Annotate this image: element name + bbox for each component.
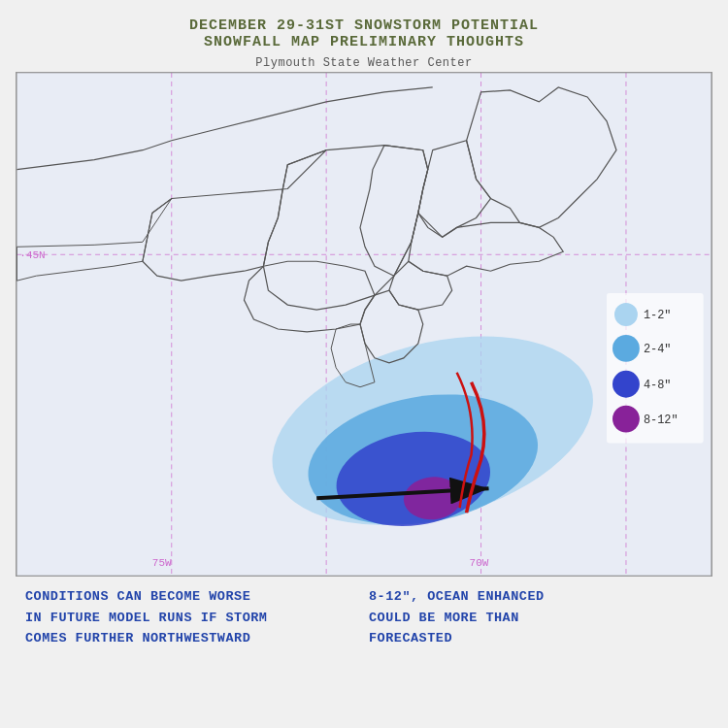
bottom-right: 8-12", OCEAN ENHANCED COULD BE MORE THAN… [369,586,703,649]
svg-point-18 [612,335,640,362]
svg-text:70W: 70W [470,557,489,569]
bottom-right-line2: COULD BE MORE THAN [369,608,703,629]
bottom-left-line3: COMES FURTHER NORTHWESTWARD [25,628,359,649]
map-subtitle: Plymouth State Weather Center [255,54,472,72]
svg-point-22 [612,406,640,433]
bottom-right-line1: 8-12", OCEAN ENHANCED [369,586,703,608]
title-line1: DECEMBER 29-31ST SNOWSTORM POTENTIAL [189,17,539,34]
svg-text:1-2": 1-2" [644,309,672,322]
bottom-left: CONDITIONS CAN BECOME WORSE IN FUTURE MO… [25,586,359,649]
bottom-left-line1: CONDITIONS CAN BECOME WORSE [25,586,359,608]
bottom-left-line2: IN FUTURE MODEL RUNS IF STORM [25,608,359,629]
svg-text:2-4": 2-4" [644,343,672,356]
svg-text:·45N: ·45N [19,249,45,261]
title-line2: SNOWFALL MAP PRELIMINARY THOUGHTS [189,34,539,50]
bottom-right-line3: FORECASTED [369,628,703,649]
map-svg: ·45N 75W 70W 1-2" 2-4" 4-8" 8-12" [17,73,711,576]
map-container: ·45N 75W 70W 1-2" 2-4" 4-8" 8-12" [16,72,712,577]
svg-text:4-8": 4-8" [644,379,672,392]
svg-point-16 [614,303,638,326]
svg-text:75W: 75W [152,557,172,569]
svg-text:8-12": 8-12" [644,414,678,427]
app-container: DECEMBER 29-31ST SNOWSTORM POTENTIAL SNO… [0,0,728,728]
bottom-section: CONDITIONS CAN BECOME WORSE IN FUTURE MO… [16,577,712,655]
title-section: DECEMBER 29-31ST SNOWSTORM POTENTIAL SNO… [189,0,539,54]
svg-point-20 [612,371,640,398]
